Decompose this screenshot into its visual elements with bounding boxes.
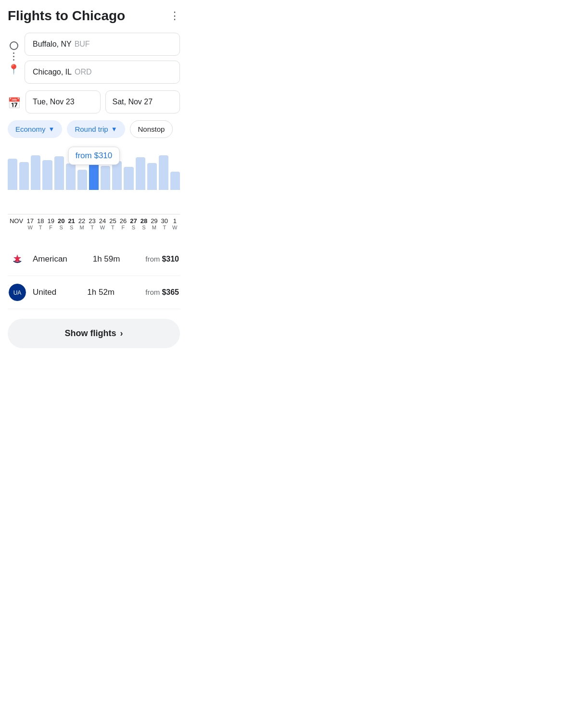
bar-3[interactable] [42, 160, 52, 190]
bar-5[interactable] [66, 163, 76, 190]
airline-price-wrap-1: from $365 [145, 288, 179, 297]
origin-text: Buffalo, NY [33, 40, 72, 49]
bar-1[interactable] [19, 162, 29, 190]
calendar-icon-wrap: 📅 [8, 90, 21, 110]
dot-2 [13, 56, 14, 57]
filters-row: Economy ▼ Round trip ▼ Nonstop [8, 120, 180, 138]
destination-icon: 📍 [8, 63, 20, 75]
bar-12[interactable] [147, 163, 157, 190]
show-flights-chevron: › [120, 328, 123, 339]
date-col-27[interactable]: 27S [128, 214, 139, 231]
dot-3 [13, 59, 14, 61]
svg-text:UA: UA [13, 289, 22, 296]
date-col-28[interactable]: 28S [139, 214, 149, 231]
round-trip-chevron: ▼ [111, 126, 117, 133]
date-col-22[interactable]: 22M [77, 214, 87, 231]
round-trip-label: Round trip [75, 125, 108, 133]
date-col-1[interactable]: 1W [170, 214, 180, 231]
from-label-0: from [145, 255, 162, 263]
date-col-24[interactable]: 24W [97, 214, 107, 231]
date-col-18[interactable]: 18T [35, 214, 45, 231]
show-flights-label: Show flights [65, 328, 116, 339]
show-flights-button[interactable]: Show flights › [8, 319, 180, 348]
airline-logo-1: UA [9, 284, 26, 301]
search-section: 📍 Buffalo, NY BUF Chicago, IL ORD [8, 33, 180, 84]
search-fields: Buffalo, NY BUF Chicago, IL ORD [25, 33, 180, 84]
bar-14[interactable] [170, 172, 180, 190]
price-val-0: $310 [162, 255, 179, 263]
nonstop-filter[interactable]: Nonstop [130, 120, 173, 138]
price-val-1: $365 [162, 288, 179, 296]
destination-text: Chicago, IL [33, 68, 72, 76]
bar-4[interactable] [54, 156, 64, 190]
date-col-23[interactable]: 23T [87, 214, 97, 231]
date-col-25[interactable]: 25T [108, 214, 118, 231]
airline-name-0: American [33, 254, 67, 264]
airline-row-1[interactable]: UA United1h 52mfrom $365 [8, 276, 180, 309]
month-label: NOV [8, 214, 25, 231]
airline-info-0: American1h 59mfrom $310 [33, 254, 179, 264]
bar-10[interactable] [124, 167, 133, 190]
date-labels[interactable]: NOV17W18T19F20S21S22M23T24W25T26F27S28S2… [8, 214, 180, 231]
from-label-1: from [145, 288, 162, 296]
airline-duration-1: 1h 52m [87, 288, 115, 297]
round-trip-filter[interactable]: Round trip ▼ [67, 120, 125, 138]
airlines-section: American1h 59mfrom $310 UA United1h 52mf… [8, 239, 180, 309]
airline-logo-0 [9, 251, 26, 268]
airline-row-0[interactable]: American1h 59mfrom $310 [8, 243, 180, 276]
date-section: 📅 Tue, Nov 23 Sat, Nov 27 [8, 90, 180, 113]
airline-info-1: United1h 52mfrom $365 [33, 288, 179, 297]
bar-13[interactable] [159, 155, 168, 190]
page-title: Flights to Chicago [8, 8, 125, 24]
origin-input[interactable]: Buffalo, NY BUF [25, 33, 180, 56]
bar-2[interactable] [31, 155, 40, 190]
destination-code: ORD [75, 68, 92, 76]
more-icon[interactable]: ⋮ [169, 10, 180, 22]
origin-icon [10, 41, 18, 50]
date-fields: Tue, Nov 23 Sat, Nov 27 [26, 90, 180, 113]
airline-price-wrap-0: from $310 [145, 255, 179, 264]
bar-0[interactable] [8, 159, 17, 190]
price-chart: from $310 NOV17W18T19F20S21S22M23T24W25T… [0, 147, 188, 231]
date-col-21[interactable]: 21S [66, 214, 77, 231]
dots-line [13, 52, 14, 61]
bar-8[interactable] [101, 166, 110, 190]
calendar-icon: 📅 [8, 97, 21, 109]
bar-11[interactable] [136, 157, 145, 190]
route-icons: 📍 [8, 33, 25, 84]
date-col-17[interactable]: 17W [25, 214, 35, 231]
date-col-29[interactable]: 29M [149, 214, 159, 231]
nonstop-label: Nonstop [138, 125, 165, 133]
origin-code: BUF [75, 40, 90, 49]
date-col-20[interactable]: 20S [56, 214, 66, 231]
economy-chevron: ▼ [49, 126, 55, 133]
bar-9[interactable] [112, 161, 122, 190]
chart-container: from $310 [8, 147, 180, 214]
price-tooltip: from $310 [68, 147, 120, 165]
economy-label: Economy [15, 125, 46, 133]
departure-date[interactable]: Tue, Nov 23 [26, 90, 101, 113]
date-col-26[interactable]: 26F [118, 214, 128, 231]
economy-filter[interactable]: Economy ▼ [8, 120, 62, 138]
header: Flights to Chicago ⋮ [8, 8, 180, 24]
airline-duration-0: 1h 59m [93, 254, 120, 264]
dot-1 [13, 52, 14, 54]
destination-input[interactable]: Chicago, IL ORD [25, 61, 180, 84]
date-col-19[interactable]: 19F [46, 214, 56, 231]
date-col-30[interactable]: 30T [159, 214, 169, 231]
return-date[interactable]: Sat, Nov 27 [105, 90, 180, 113]
airline-name-1: United [33, 288, 56, 297]
bar-6[interactable] [77, 170, 87, 190]
